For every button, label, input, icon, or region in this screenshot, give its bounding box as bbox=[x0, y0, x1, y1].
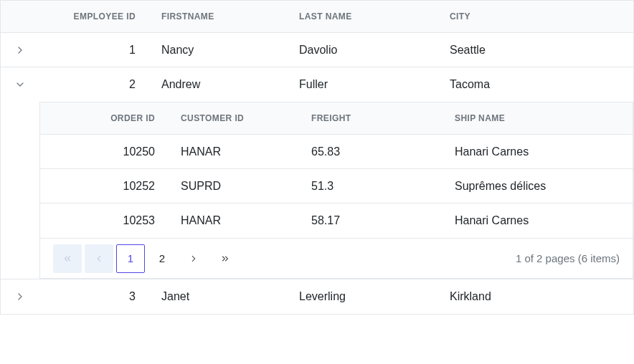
table-row: 3 Janet Leverling Kirkland bbox=[1, 279, 633, 314]
cell-freight: 51.3 bbox=[311, 180, 455, 193]
pager-page-button[interactable]: 1 bbox=[116, 244, 145, 273]
cell-last-name: Davolio bbox=[299, 44, 450, 57]
chevrons-left-icon bbox=[62, 254, 72, 264]
detail-row: 10253 HANAR 58.17 Hanari Carnes bbox=[40, 203, 633, 238]
chevron-right-icon bbox=[189, 254, 199, 264]
cell-last-name: Fuller bbox=[299, 78, 450, 91]
cell-customer-id: SUPRD bbox=[168, 180, 311, 193]
detail-row: 10250 HANAR 65.83 Hanari Carnes bbox=[40, 135, 633, 169]
table-row: 1 Nancy Davolio Seattle bbox=[1, 33, 633, 67]
pager-buttons: 1 2 bbox=[53, 244, 242, 273]
cell-ship-name: Hanari Carnes bbox=[455, 145, 633, 158]
cell-employee-id: 3 bbox=[39, 290, 148, 303]
detail-grid: Order ID Customer ID Freight Ship Name 1… bbox=[39, 102, 633, 279]
pager-next-button[interactable] bbox=[179, 244, 208, 273]
col-header-customer-id[interactable]: Customer ID bbox=[168, 113, 311, 123]
cell-customer-id: HANAR bbox=[168, 214, 311, 227]
cell-freight: 58.17 bbox=[311, 214, 455, 227]
cell-freight: 65.83 bbox=[311, 145, 455, 158]
col-header-employee-id[interactable]: Employee ID bbox=[39, 11, 148, 21]
pager-first-button[interactable] bbox=[53, 244, 82, 273]
pager-page-button[interactable]: 2 bbox=[148, 244, 176, 273]
cell-order-id: 10253 bbox=[82, 214, 168, 227]
cell-order-id: 10252 bbox=[82, 180, 168, 193]
col-header-ship-name[interactable]: Ship Name bbox=[455, 113, 633, 123]
detail-panel: Order ID Customer ID Freight Ship Name 1… bbox=[1, 102, 633, 279]
pager: 1 2 1 of 2 pages (6 items) bbox=[40, 238, 633, 278]
col-header-freight[interactable]: Freight bbox=[311, 113, 455, 123]
pager-info-text: 1 of 2 pages (6 items) bbox=[516, 252, 620, 264]
expand-toggle[interactable] bbox=[1, 291, 39, 302]
cell-city: Seattle bbox=[450, 44, 633, 57]
expand-toggle[interactable] bbox=[1, 79, 39, 90]
cell-ship-name: Hanari Carnes bbox=[455, 214, 633, 227]
chevron-down-icon bbox=[14, 79, 26, 90]
cell-city: Kirkland bbox=[450, 290, 633, 303]
expand-toggle[interactable] bbox=[1, 44, 39, 56]
chevrons-right-icon bbox=[220, 254, 230, 264]
detail-header-row: Order ID Customer ID Freight Ship Name bbox=[40, 102, 633, 135]
cell-last-name: Leverling bbox=[299, 290, 450, 303]
col-header-last-name[interactable]: Last Name bbox=[299, 11, 450, 21]
table-row: 2 Andrew Fuller Tacoma bbox=[1, 67, 633, 102]
chevron-left-icon bbox=[94, 254, 104, 264]
col-header-first-name[interactable]: Firstname bbox=[148, 11, 299, 21]
cell-order-id: 10250 bbox=[82, 145, 168, 158]
data-grid: Employee ID Firstname Last Name City 1 N… bbox=[0, 0, 634, 315]
cell-first-name: Nancy bbox=[148, 44, 299, 57]
cell-first-name: Andrew bbox=[148, 78, 299, 91]
cell-customer-id: HANAR bbox=[168, 145, 311, 158]
chevron-right-icon bbox=[14, 291, 26, 302]
pager-last-button[interactable] bbox=[211, 244, 240, 273]
grid-header-row: Employee ID Firstname Last Name City bbox=[1, 0, 633, 33]
cell-city: Tacoma bbox=[450, 78, 633, 91]
col-header-city[interactable]: City bbox=[450, 11, 633, 21]
cell-employee-id: 2 bbox=[39, 78, 148, 91]
cell-ship-name: Suprêmes délices bbox=[455, 180, 633, 193]
detail-row: 10252 SUPRD 51.3 Suprêmes délices bbox=[40, 169, 633, 203]
cell-first-name: Janet bbox=[148, 290, 299, 303]
cell-employee-id: 1 bbox=[39, 44, 148, 57]
chevron-right-icon bbox=[14, 44, 26, 56]
pager-prev-button[interactable] bbox=[85, 244, 113, 273]
col-header-order-id[interactable]: Order ID bbox=[82, 113, 168, 123]
